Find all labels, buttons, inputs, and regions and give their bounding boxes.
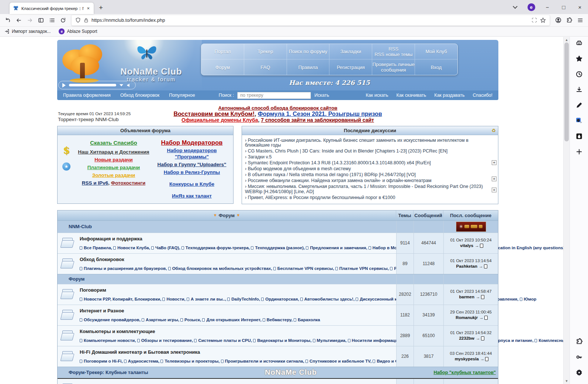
- pencil-icon[interactable]: [576, 102, 582, 109]
- announcement-link[interactable]: Новые раздачи: [75, 157, 153, 163]
- notice-link[interactable]: Формула 1. Сезон 2021. Розыгрыш призов: [258, 111, 382, 117]
- refresh-discussions-icon[interactable]: ♻: [491, 128, 496, 133]
- nav-item[interactable]: Закладки: [329, 44, 372, 59]
- announcement-link[interactable]: Набор в Группу "Uploaders": [153, 161, 231, 168]
- subforum-link[interactable]: ЧаВо (FAQ): [155, 246, 179, 250]
- subforum-link[interactable]: Новости: [166, 297, 184, 301]
- subforum-link[interactable]: Поговорим о Hi-Fi: [84, 359, 121, 363]
- announcement-link[interactable]: Фотохостинги: [111, 180, 146, 186]
- talents-link[interactable]: Набор "клубных талантов": [433, 370, 498, 375]
- sidebar-toggle-icon[interactable]: [35, 15, 46, 25]
- strip-link[interactable]: Спасибо!: [473, 93, 492, 98]
- downloads-icon[interactable]: [576, 86, 582, 93]
- lastpost-doc-icon[interactable]: [481, 295, 484, 299]
- bookmark-ablaze-support[interactable]: e Ablaze Support: [59, 28, 97, 34]
- subforum-link[interactable]: Обсуждение провайдеров: [84, 318, 139, 322]
- subforum-link[interactable]: Вебмастеру: [267, 318, 291, 322]
- droplet-badge-icon[interactable]: [576, 133, 582, 140]
- maximize-button[interactable]: □: [556, 0, 572, 14]
- announcement-link[interactable]: Набор Модераторов: [153, 140, 231, 146]
- goto-arrow-icon[interactable]: →: [476, 336, 480, 340]
- subforum-link[interactable]: Плагины и расширения для браузеров: [84, 266, 166, 271]
- forum-title-link[interactable]: Информация и поддержка: [80, 236, 142, 241]
- discussion-link[interactable]: Загадки v.5: [245, 155, 488, 160]
- subforum-link[interactable]: Компьютерные новости: [84, 338, 135, 343]
- back-button[interactable]: [13, 15, 24, 25]
- subforum-link[interactable]: Предложения и замечания: [310, 246, 366, 250]
- nav-item[interactable]: Поиск по форуму: [287, 44, 330, 59]
- nav-item[interactable]: Вход: [415, 59, 457, 75]
- bookmark-star-icon[interactable]: [540, 17, 546, 23]
- scroll-down-icon[interactable]: ▼: [565, 379, 568, 383]
- subforum-link[interactable]: Платные VPN сервисы: [339, 266, 388, 271]
- subforum-link[interactable]: Барахолка: [298, 318, 320, 322]
- lastpost-doc-icon[interactable]: [481, 336, 484, 340]
- speaker-icon[interactable]: [127, 83, 132, 88]
- history-clock-icon[interactable]: [576, 71, 582, 78]
- discussion-link[interactable]: CG Masters, Chris Plush | 3D Cars: Insid…: [245, 149, 488, 154]
- announcement-link[interactable]: Наш Хитпарад и Достижения: [75, 149, 153, 155]
- lastpost-user-link[interactable]: Pashketan: [456, 264, 477, 268]
- browser-tab[interactable]: Классический форум-трекер :: N ×: [10, 3, 94, 14]
- announcement-link[interactable]: Сказать Спасибо: [75, 140, 153, 146]
- nav-item[interactable]: Проверить личные сообщения: [372, 59, 415, 75]
- section-link[interactable]: NNM-Club: [69, 224, 92, 229]
- lastpost-doc-icon[interactable]: [484, 316, 488, 320]
- new-tab-button[interactable]: +: [99, 4, 103, 12]
- notice-link[interactable]: Официальные домены Клуба: [181, 117, 258, 123]
- subforum-link[interactable]: А знаете ли вы..: [191, 297, 225, 301]
- nav-item[interactable]: Регистрация: [329, 59, 372, 75]
- discussion-link[interactable]: Выбор модемов для объедения в mesh систе…: [245, 167, 488, 172]
- subforum-link[interactable]: Системные платы и CPU: [198, 338, 250, 343]
- progress-bar[interactable]: [69, 84, 116, 86]
- announcement-link[interactable]: Конкурсы в Клубе: [153, 181, 231, 187]
- account-icon[interactable]: [553, 15, 564, 25]
- nav-item[interactable]: Мой Клуб: [415, 44, 457, 59]
- subforum-link[interactable]: Проигрыватели и источники сигнала: [225, 359, 303, 363]
- lastpost-user-link[interactable]: barmen: [459, 295, 474, 299]
- dropdown-icon[interactable]: [120, 84, 123, 86]
- strip-link[interactable]: Как раздавать: [434, 93, 464, 98]
- nav-item[interactable]: Портал: [201, 44, 244, 59]
- strip-link[interactable]: Популярное: [169, 93, 195, 98]
- subforum-link[interactable]: Аудиосистема: [128, 359, 158, 363]
- bookmarks-star-icon[interactable]: [576, 55, 582, 62]
- scrollbar-thumb[interactable]: [564, 42, 569, 141]
- goto-arrow-icon[interactable]: →: [480, 357, 485, 361]
- subforum-link[interactable]: Автомобилисты здесь!: [304, 297, 353, 301]
- lastpost-doc-icon[interactable]: [485, 357, 488, 361]
- subforum-link[interactable]: Телевизоры и проекторы: [165, 359, 218, 363]
- strip-link[interactable]: Как скачивать: [397, 93, 426, 98]
- forum-title-link[interactable]: Поговорим: [80, 287, 106, 293]
- subforum-link[interactable]: Мультимедиа: [317, 338, 346, 343]
- subforum-link[interactable]: Новости Клуба: [117, 246, 149, 250]
- announcement-link[interactable]: Платиновые раздачи: [75, 164, 153, 171]
- subforum-link[interactable]: Новости P2P, Копирайт, Блокировки: [84, 297, 160, 301]
- ablaze-logo-icon[interactable]: e: [523, 0, 539, 14]
- subforum-link[interactable]: Носители информации: [352, 338, 401, 343]
- tab-close-icon[interactable]: ×: [86, 6, 90, 11]
- menu-hamburger-icon[interactable]: [575, 15, 586, 25]
- password-key-icon[interactable]: [576, 354, 582, 360]
- strip-link[interactable]: Правила оформления: [63, 93, 111, 98]
- lastpost-doc-icon[interactable]: [480, 244, 483, 248]
- subforum-link[interactable]: Азартные игры: [146, 318, 178, 322]
- subforum-link[interactable]: Все Правила: [84, 246, 111, 250]
- expand-plus-icon[interactable]: +: [492, 188, 497, 192]
- section-link[interactable]: Форум-Трекер: Клубные таланты: [69, 370, 148, 375]
- nav-item[interactable]: Форум: [201, 59, 244, 75]
- discussion-link[interactable]: Миссия: невыполнима. Смертельная расплат…: [245, 184, 488, 194]
- nav-item[interactable]: Правила: [287, 59, 330, 75]
- goto-arrow-icon[interactable]: →: [479, 315, 484, 320]
- announcement-link[interactable]: Золотые раздачи: [75, 172, 153, 178]
- subforum-link[interactable]: Обзоры и тестирование: [141, 338, 192, 343]
- screenshot-icon[interactable]: [532, 17, 537, 23]
- subforum-link[interactable]: Видеокарты и Мониторы: [257, 338, 310, 343]
- discussion-link[interactable]: В объятиях паука / Nella stretta morsa d…: [245, 172, 488, 178]
- url-text[interactable]: https://nnmclub.to/forum/index.php: [91, 17, 529, 23]
- settings-gear-icon[interactable]: [576, 369, 582, 376]
- scroll-up-icon[interactable]: ▲: [565, 38, 568, 42]
- extensions-puzzle-icon[interactable]: [564, 15, 575, 25]
- print-icon[interactable]: [576, 40, 582, 47]
- expand-plus-icon[interactable]: +: [492, 160, 497, 165]
